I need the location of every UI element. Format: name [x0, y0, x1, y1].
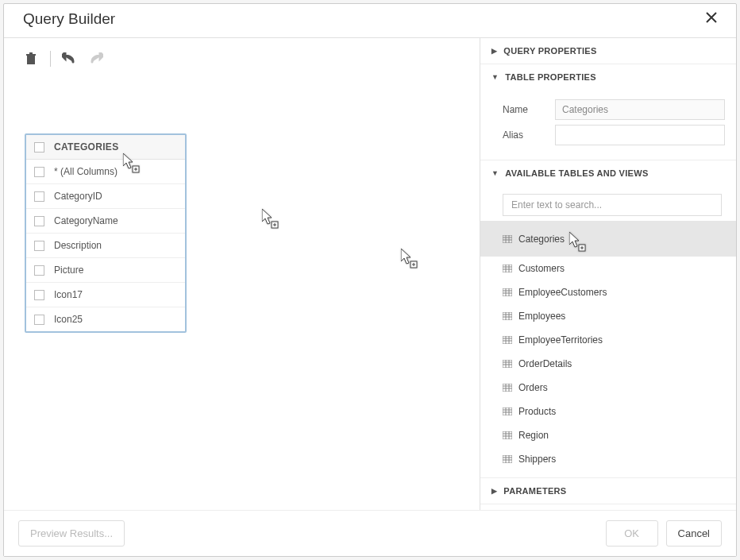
svg-rect-27 — [503, 336, 512, 344]
select-all-checkbox[interactable] — [34, 142, 44, 153]
side-panel: ▶ QUERY PROPERTIES ▼ TABLE PROPERTIES Na… — [480, 38, 736, 510]
table-icon — [503, 312, 512, 320]
svg-rect-52 — [503, 455, 512, 463]
column-checkbox[interactable] — [34, 265, 44, 276]
svg-rect-1 — [26, 54, 36, 56]
table-properties-content: Name Alias — [480, 90, 736, 160]
available-table-item[interactable]: Shippers — [480, 447, 736, 471]
svg-rect-12 — [503, 265, 512, 272]
expand-arrow-icon: ▼ — [491, 169, 499, 177]
available-table-item[interactable]: EmployeeTerritories — [480, 328, 736, 352]
undo-icon — [62, 52, 78, 65]
table-card-title: CATEGORIES — [54, 141, 118, 153]
table-icon — [503, 235, 512, 243]
column-checkbox[interactable] — [34, 167, 44, 177]
svg-rect-37 — [503, 384, 512, 392]
delete-button[interactable] — [23, 51, 39, 67]
available-table-item[interactable]: Products — [480, 400, 736, 423]
collapse-arrow-icon: ▶ — [491, 487, 497, 495]
canvas-area[interactable]: CATEGORIES * (All Columns) CategoryID Ca… — [4, 38, 480, 510]
table-properties-section: ▼ TABLE PROPERTIES Name Alias — [480, 64, 736, 160]
table-column[interactable]: Icon17 — [26, 282, 185, 307]
available-tables-list: Categories Customers EmployeeCustomers E… — [480, 221, 736, 477]
alias-input[interactable] — [555, 125, 725, 145]
table-icon — [503, 455, 512, 463]
available-table-item[interactable]: Orders — [480, 376, 736, 400]
dialog-body: CATEGORIES * (All Columns) CategoryID Ca… — [4, 38, 736, 510]
alias-label: Alias — [503, 129, 555, 141]
parameters-section: ▶ PARAMETERS — [480, 478, 736, 504]
table-column[interactable]: * (All Columns) — [26, 160, 185, 183]
table-icon — [503, 265, 512, 272]
dialog-footer: Preview Results... OK Cancel — [4, 510, 736, 556]
svg-rect-17 — [503, 288, 512, 296]
table-icon — [503, 431, 512, 439]
table-icon — [503, 384, 512, 392]
footer-right: OK Cancel — [606, 520, 722, 546]
available-tables-section: ▼ AVAILABLE TABLES AND VIEWS Categories … — [480, 160, 736, 478]
redo-icon — [87, 52, 103, 65]
toolbar — [20, 48, 464, 78]
column-checkbox[interactable] — [34, 315, 44, 325]
parameters-header[interactable]: ▶ PARAMETERS — [480, 478, 736, 504]
redo-button[interactable] — [87, 51, 103, 67]
available-table-item[interactable]: Customers — [480, 257, 736, 280]
table-column[interactable]: CategoryName — [26, 208, 185, 233]
table-icon — [503, 336, 512, 344]
column-checkbox[interactable] — [34, 241, 44, 251]
available-table-item[interactable]: Region — [480, 423, 736, 447]
table-card-categories[interactable]: CATEGORIES * (All Columns) CategoryID Ca… — [25, 133, 187, 333]
available-tables-header[interactable]: ▼ AVAILABLE TABLES AND VIEWS — [480, 160, 736, 186]
search-input[interactable] — [503, 194, 722, 216]
cancel-button[interactable]: Cancel — [666, 520, 722, 546]
undo-button[interactable] — [62, 51, 78, 67]
table-column[interactable]: Description — [26, 233, 185, 257]
alias-row: Alias — [503, 125, 725, 145]
svg-rect-42 — [503, 407, 512, 415]
column-checkbox[interactable] — [34, 216, 44, 226]
query-properties-section: ▶ QUERY PROPERTIES — [480, 38, 736, 64]
table-properties-header[interactable]: ▼ TABLE PROPERTIES — [480, 64, 736, 90]
svg-rect-0 — [27, 56, 35, 64]
toolbar-divider — [50, 51, 51, 67]
svg-rect-5 — [410, 261, 417, 268]
table-icon — [503, 407, 512, 415]
collapse-arrow-icon: ▶ — [491, 47, 497, 55]
query-properties-header[interactable]: ▶ QUERY PROPERTIES — [480, 38, 736, 64]
column-checkbox[interactable] — [34, 290, 44, 300]
svg-rect-22 — [503, 312, 512, 320]
svg-rect-47 — [503, 431, 512, 439]
table-card-header[interactable]: CATEGORIES — [26, 135, 185, 160]
available-table-item[interactable]: OrderDetails — [480, 352, 736, 376]
search-wrap — [480, 186, 736, 221]
svg-rect-6 — [503, 235, 512, 243]
table-column[interactable]: CategoryID — [26, 183, 185, 208]
expand-arrow-icon: ▼ — [491, 73, 499, 81]
name-label: Name — [503, 104, 555, 115]
available-table-item[interactable]: Employees — [480, 304, 736, 328]
column-checkbox[interactable] — [34, 191, 44, 202]
drag-cursor-icon — [569, 232, 587, 255]
table-column-list: * (All Columns) CategoryID CategoryName … — [26, 160, 185, 331]
ok-button[interactable]: OK — [606, 520, 658, 546]
svg-rect-11 — [579, 245, 585, 251]
trash-icon — [25, 52, 37, 65]
table-icon — [503, 288, 512, 296]
table-icon — [503, 360, 512, 368]
available-table-item[interactable]: Categories — [480, 221, 736, 257]
query-builder-dialog: Query Builder — [3, 3, 737, 557]
close-button[interactable] — [700, 9, 723, 29]
dialog-title: Query Builder — [23, 10, 115, 28]
dialog-header: Query Builder — [4, 4, 736, 38]
available-table-item[interactable]: EmployeeCustomers — [480, 280, 736, 304]
svg-rect-2 — [29, 52, 33, 54]
drag-cursor-icon — [401, 249, 418, 272]
table-column[interactable]: Picture — [26, 257, 185, 282]
svg-rect-4 — [272, 222, 278, 228]
name-input[interactable] — [555, 99, 725, 120]
svg-rect-32 — [503, 360, 512, 368]
table-column[interactable]: Icon25 — [26, 307, 185, 331]
name-row: Name — [503, 99, 725, 120]
drag-cursor-icon — [262, 209, 279, 232]
preview-results-button[interactable]: Preview Results... — [18, 520, 125, 546]
